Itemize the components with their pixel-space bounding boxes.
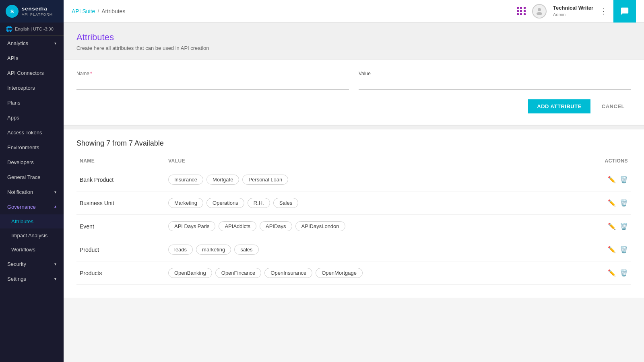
value-label: Value <box>359 71 631 76</box>
breadcrumb-current: Attributes <box>101 8 125 14</box>
edit-icon[interactable]: ✏️ <box>608 199 616 207</box>
form-fields-row: Name* Value <box>76 71 631 90</box>
tag: APIAddicts <box>219 221 256 231</box>
edit-icon[interactable]: ✏️ <box>608 246 616 253</box>
tag: Personal Loan <box>242 175 288 185</box>
sidebar-item-apis[interactable]: APIs <box>0 51 64 66</box>
logo-text: sensedia API PLATFORM <box>22 6 53 17</box>
chevron-up-icon: ▾ <box>54 205 56 209</box>
chat-button[interactable] <box>613 0 636 23</box>
form-actions: ADD ATTRIBUTE CANCEL <box>76 96 631 113</box>
sidebar-item-environments[interactable]: Environments <box>0 140 64 155</box>
page-subtitle: Create here all attributes that can be u… <box>76 45 631 51</box>
breadcrumb-parent[interactable]: API Suite <box>72 8 95 14</box>
content-area: Attributes Create here all attributes th… <box>64 23 644 362</box>
locale-display: 🌐 English | UTC -3:00 <box>0 23 64 36</box>
tag: APIDays <box>260 221 292 231</box>
chevron-down-icon: ▾ <box>54 190 56 194</box>
user-info: Technical Writer Admin <box>553 4 593 18</box>
breadcrumb: API Suite / Attributes <box>72 8 125 14</box>
tag: Operations <box>206 198 244 208</box>
tag: OpenInsurance <box>264 268 312 278</box>
sidebar-item-attributes[interactable]: Attributes <box>0 214 64 228</box>
avatar <box>532 4 547 19</box>
col-header-actions: ACTIONS <box>591 154 631 168</box>
sidebar-item-governance[interactable]: Governance ▾ <box>0 200 64 214</box>
name-field-container: Name* <box>76 71 349 90</box>
sidebar-item-apps[interactable]: Apps <box>0 110 64 125</box>
edit-icon[interactable]: ✏️ <box>608 222 616 230</box>
tag: Marketing <box>168 198 203 208</box>
add-attribute-button[interactable]: ADD ATTRIBUTE <box>528 99 590 113</box>
sidebar-item-plans[interactable]: Plans <box>0 95 64 110</box>
tag: leads <box>168 245 193 255</box>
topbar-right: Technical Writer Admin ⋮ <box>517 0 636 23</box>
delete-icon[interactable]: 🗑️ <box>620 176 628 183</box>
tag: OpenFincance <box>215 268 262 278</box>
attributes-table-section: Showing 7 from 7 Available NAME VALUE AC… <box>64 130 644 298</box>
sidebar-item-settings[interactable]: Settings ▾ <box>0 272 64 286</box>
sidebar-item-api-connectors[interactable]: API Connectors <box>0 66 64 80</box>
tag: marketing <box>196 245 231 255</box>
more-options-icon[interactable]: ⋮ <box>600 7 607 16</box>
attr-value-cell: InsuranceMortgatePersonal Loan <box>165 168 591 191</box>
sidebar-item-workflows[interactable]: Workflows <box>0 243 64 257</box>
chevron-down-icon: ▾ <box>54 41 56 45</box>
svg-point-0 <box>538 8 541 11</box>
page-header: Attributes Create here all attributes th… <box>64 23 644 60</box>
section-divider <box>64 125 644 129</box>
table-row: Productleadsmarketingsales ✏️ 🗑️ <box>76 238 631 261</box>
delete-icon[interactable]: 🗑️ <box>620 199 628 207</box>
attr-value-cell: OpenBankingOpenFincanceOpenInsuranceOpen… <box>165 261 591 285</box>
sidebar-item-security[interactable]: Security ▾ <box>0 257 64 272</box>
attr-value-cell: MarketingOperationsR.H.Sales <box>165 191 591 215</box>
tag: Mortgate <box>206 175 239 185</box>
tag: Sales <box>273 198 299 208</box>
sidebar-item-interceptors[interactable]: Interceptors <box>0 80 64 95</box>
value-input[interactable] <box>359 78 631 90</box>
attr-actions-cell: ✏️ 🗑️ <box>591 191 631 215</box>
sidebar-item-developers[interactable]: Developers <box>0 155 64 170</box>
table-row: ProductsOpenBankingOpenFincanceOpenInsur… <box>76 261 631 285</box>
attr-actions-cell: ✏️ 🗑️ <box>591 261 631 285</box>
main-wrapper: API Suite / Attributes Technical Writer … <box>64 0 644 362</box>
tag: OpenBanking <box>168 268 212 278</box>
attr-name-cell: Product <box>76 238 165 261</box>
attr-actions-cell: ✏️ 🗑️ <box>591 215 631 238</box>
sidebar-item-impact-analysis[interactable]: Impact Analysis <box>0 228 64 243</box>
tag: sales <box>234 245 258 255</box>
attr-value-cell: API Days ParisAPIAddictsAPIDaysAPIDaysLo… <box>165 215 591 238</box>
topbar: API Suite / Attributes Technical Writer … <box>64 0 644 23</box>
attr-value-cell: leadsmarketingsales <box>165 238 591 261</box>
edit-icon[interactable]: ✏️ <box>608 176 616 183</box>
attr-actions-cell: ✏️ 🗑️ <box>591 238 631 261</box>
delete-icon[interactable]: 🗑️ <box>620 269 628 277</box>
delete-icon[interactable]: 🗑️ <box>620 222 628 230</box>
breadcrumb-separator: / <box>97 8 99 14</box>
tag: API Days Paris <box>168 221 215 231</box>
attr-actions-cell: ✏️ 🗑️ <box>591 168 631 191</box>
grid-apps-icon[interactable] <box>517 7 526 15</box>
delete-icon[interactable]: 🗑️ <box>620 246 628 253</box>
svg-point-1 <box>537 12 542 15</box>
edit-icon[interactable]: ✏️ <box>608 269 616 277</box>
chevron-down-icon: ▾ <box>54 262 56 266</box>
name-input[interactable] <box>76 78 349 90</box>
sidebar-item-analytics[interactable]: Analytics ▾ <box>0 36 64 51</box>
showing-count: Showing 7 from 7 Available <box>76 130 631 154</box>
cancel-button[interactable]: CANCEL <box>595 99 631 113</box>
attributes-table: NAME VALUE ACTIONS Bank ProductInsurance… <box>76 154 631 285</box>
attr-name-cell: Bank Product <box>76 168 165 191</box>
sidebar: S sensedia API PLATFORM 🌐 English | UTC … <box>0 0 64 362</box>
tag: Insurance <box>168 175 203 185</box>
table-row: EventAPI Days ParisAPIAddictsAPIDaysAPID… <box>76 215 631 238</box>
attr-name-cell: Products <box>76 261 165 285</box>
sidebar-item-general-trace[interactable]: General Trace <box>0 170 64 185</box>
tag: OpenMortgage <box>316 268 363 278</box>
tag: APIDaysLondon <box>295 221 345 231</box>
sidebar-item-access-tokens[interactable]: Access Tokens <box>0 125 64 140</box>
add-attribute-form: Name* Value ADD ATTRIBUTE CANCEL <box>64 60 644 125</box>
sidebar-item-notification[interactable]: Notification ▾ <box>0 185 64 200</box>
table-row: Business UnitMarketingOperationsR.H.Sale… <box>76 191 631 215</box>
attr-name-cell: Event <box>76 215 165 238</box>
